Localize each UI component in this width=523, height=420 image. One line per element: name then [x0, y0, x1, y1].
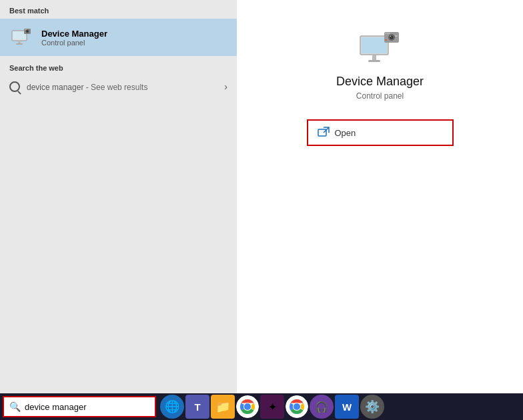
best-match-subtitle: Control panel	[41, 39, 107, 47]
taskbar-chrome-icon[interactable]	[236, 395, 259, 418]
svg-point-27	[294, 403, 300, 410]
svg-rect-10	[372, 55, 376, 60]
taskbar-search-icon: 🔍	[9, 401, 21, 412]
chevron-right-icon: ›	[224, 81, 227, 92]
app-type-large: Control panel	[356, 91, 404, 101]
taskbar-search-input[interactable]	[25, 402, 149, 412]
svg-point-19	[385, 39, 386, 41]
search-icon	[9, 81, 20, 92]
taskbar-slack-icon[interactable]: ✦	[260, 395, 284, 419]
web-search-text: device manager - See web results	[27, 82, 147, 92]
svg-rect-11	[368, 60, 380, 62]
best-match-item[interactable]: Device Manager Control panel	[0, 19, 237, 56]
device-manager-large-icon	[356, 27, 404, 75]
chrome-svg	[236, 395, 259, 418]
explorer-icon-glyph: 📁	[215, 399, 230, 414]
taskbar-purple-icon[interactable]: 🎧	[310, 395, 334, 419]
word-icon-glyph: W	[342, 401, 352, 413]
svg-point-16	[390, 36, 391, 37]
svg-rect-17	[385, 33, 390, 34]
open-button-wrapper: Open	[307, 119, 454, 146]
taskbar: 🔍 🌐 T 📁 ✦	[0, 393, 523, 420]
taskbar-chrome2-icon[interactable]	[286, 395, 308, 418]
device-manager-icon	[9, 25, 33, 49]
svg-point-24	[244, 403, 251, 410]
settings-icon-glyph: ⚙️	[365, 399, 380, 414]
best-match-label: Best match	[0, 0, 237, 19]
best-match-title: Device Manager	[41, 29, 107, 39]
svg-rect-3	[16, 43, 23, 45]
open-button[interactable]: Open	[308, 121, 452, 145]
open-icon	[318, 127, 330, 139]
svg-rect-20	[318, 129, 326, 136]
taskbar-teams-icon[interactable]: T	[185, 395, 209, 419]
svg-rect-2	[18, 41, 21, 43]
purple-icon-glyph: 🎧	[315, 401, 328, 413]
left-panel: Best match Device Manager Control pa	[0, 0, 237, 393]
chrome2-svg	[286, 395, 308, 418]
right-panel: Device Manager Control panel Open	[237, 0, 523, 393]
svg-point-6	[27, 31, 28, 32]
svg-point-15	[391, 37, 392, 38]
search-web-label: Search the web	[0, 56, 237, 76]
web-search-left: device manager - See web results	[9, 81, 147, 92]
taskbar-settings-icon[interactable]: ⚙️	[360, 395, 384, 419]
app-name-large: Device Manager	[336, 75, 424, 89]
svg-rect-7	[25, 29, 27, 30]
svg-rect-9	[362, 37, 387, 53]
teams-icon-glyph: T	[194, 401, 200, 413]
start-menu: Best match Device Manager Control pa	[0, 0, 523, 393]
slack-icon-glyph: ✦	[268, 401, 277, 413]
taskbar-search-box[interactable]: 🔍	[3, 396, 156, 417]
svg-rect-18	[395, 35, 398, 37]
edge-icon-glyph: 🌐	[165, 399, 179, 414]
web-search-item[interactable]: device manager - See web results ›	[0, 76, 237, 97]
open-label: Open	[335, 128, 356, 138]
taskbar-word-icon[interactable]: W	[335, 395, 359, 419]
taskbar-edge-icon[interactable]: 🌐	[160, 395, 184, 419]
best-match-text: Device Manager Control panel	[41, 29, 107, 47]
taskbar-explorer-icon[interactable]: 📁	[211, 395, 235, 419]
